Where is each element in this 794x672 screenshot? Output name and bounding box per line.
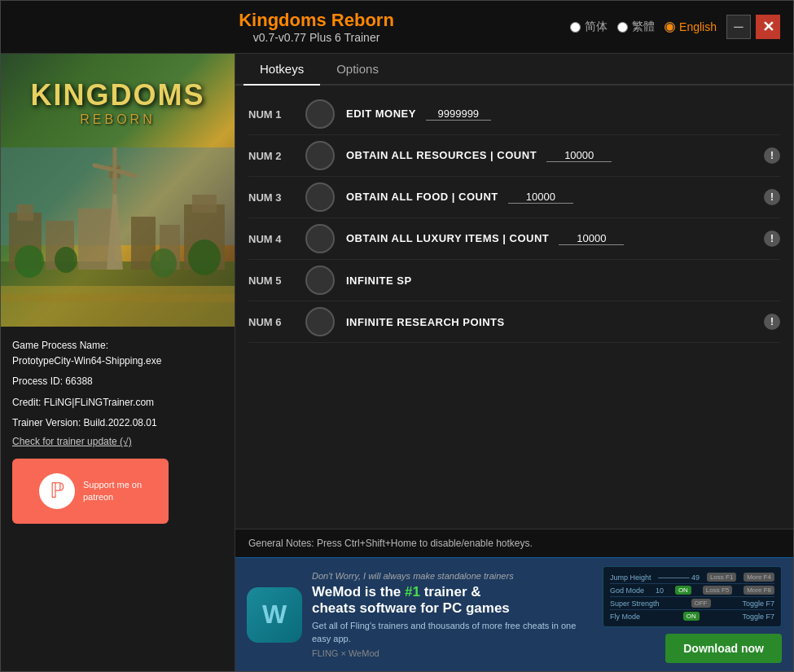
- lang-simplified[interactable]: 简体: [570, 20, 608, 34]
- toggle-btn-5[interactable]: [305, 266, 335, 295]
- fling-wemod-logos: FLING × WeMod: [312, 648, 593, 658]
- left-panel: KINGDOMS REBORN: [1, 54, 235, 671]
- tab-bar: Hotkeys Options: [235, 54, 793, 86]
- hotkey-key-4: NUM 4: [248, 233, 305, 245]
- trainer-version-label: Trainer Version:: [12, 417, 81, 428]
- svg-rect-22: [1, 294, 235, 302]
- download-now-button[interactable]: Download now: [665, 634, 782, 663]
- ad-headline-part1: WeMod is the: [312, 584, 405, 600]
- fling-wemod-text: FLING × WeMod: [312, 648, 379, 658]
- game-image-text: KINGDOMS REBORN: [1, 78, 235, 127]
- ad-banner: W Don't Worry, I will always make standa…: [235, 557, 793, 671]
- screenshot-toggle-off: OFF: [691, 599, 711, 608]
- window-controls: ─ ✕: [726, 15, 780, 39]
- option-label-3: OBTAIN ALL FOOD | COUNT: [346, 191, 759, 204]
- toggle-btn-4[interactable]: [305, 224, 335, 253]
- screenshot-bar-1: ────── 49: [658, 573, 700, 582]
- svg-point-19: [151, 248, 177, 278]
- svg-rect-21: [1, 286, 235, 327]
- svg-point-20: [188, 239, 221, 275]
- tab-hotkeys[interactable]: Hotkeys: [243, 54, 320, 86]
- ad-screenshot: Jump Height ────── 49 Loss F1 More F4 Go…: [603, 566, 782, 627]
- food-count-input[interactable]: [508, 191, 573, 204]
- screenshot-row-1: Jump Height ────── 49 Loss F1 More F4: [610, 571, 774, 584]
- process-name-label: Game Process Name: PrototypeCity-Win64-S…: [12, 338, 223, 369]
- hotkey-row-5: NUM 5 INFINITE SP: [248, 260, 780, 301]
- process-name-header: Game Process Name:: [12, 340, 108, 351]
- screenshot-label-2: God Mode: [610, 586, 644, 595]
- lang-english-label: English: [679, 20, 717, 33]
- screenshot-toggle-f7-2: Toggle F7: [742, 613, 774, 621]
- wemod-logo-letter: W: [262, 600, 287, 630]
- info-icon-4[interactable]: !: [764, 231, 780, 247]
- hotkey-key-2: NUM 2: [248, 150, 305, 162]
- lang-traditional[interactable]: 繁體: [617, 20, 655, 34]
- toggle-btn-2[interactable]: [305, 141, 335, 170]
- screenshot-row-3: Super Strength OFF Toggle F7: [610, 597, 774, 610]
- ad-right: Jump Height ────── 49 Loss F1 More F4 Go…: [603, 566, 782, 663]
- app-window: Kingdoms Reborn v0.7-v0.77 Plus 6 Traine…: [0, 0, 794, 672]
- credit-value: FLiNG|FLiNGTrainer.com: [44, 397, 154, 408]
- screenshot-label-1: Jump Height: [610, 573, 651, 582]
- lang-simplified-radio[interactable]: [570, 22, 581, 33]
- patreon-banner[interactable]: ℙ Support me on patreon: [12, 459, 169, 524]
- hotkey-row-6: NUM 6 INFINITE RESEARCH POINTS !: [248, 301, 780, 343]
- process-id: Process ID: 66388: [12, 374, 223, 389]
- hotkey-key-1: NUM 1: [248, 108, 305, 121]
- patreon-icon: ℙ: [39, 473, 75, 509]
- title-bar: Kingdoms Reborn v0.7-v0.77 Plus 6 Traine…: [1, 1, 793, 54]
- resources-count-input[interactable]: [546, 149, 612, 162]
- screenshot-label-4: Fly Mode: [610, 613, 640, 621]
- close-button[interactable]: ✕: [756, 15, 780, 39]
- money-input[interactable]: [426, 108, 491, 121]
- main-content: KINGDOMS REBORN: [1, 54, 793, 671]
- screenshot-toggle-f7: Toggle F7: [742, 600, 774, 608]
- option-label-1: EDIT MONEY: [346, 108, 780, 121]
- ad-headline-highlight: #1: [405, 584, 420, 600]
- process-name-value: PrototypeCity-Win64-Shipping.exe: [12, 355, 161, 367]
- info-icon-3[interactable]: !: [764, 189, 780, 205]
- luxury-count-input[interactable]: [559, 232, 624, 245]
- patreon-line1: Support me on: [83, 479, 142, 491]
- option-label-5: INFINITE SP: [346, 275, 780, 287]
- option-label-6: INFINITE RESEARCH POINTS: [346, 316, 759, 328]
- hotkey-row-2: NUM 2 OBTAIN ALL RESOURCES | COUNT !: [248, 135, 780, 177]
- lang-traditional-label: 繁體: [632, 20, 655, 34]
- right-panel: Hotkeys Options NUM 1 EDIT MONEY NUM 2: [235, 54, 793, 671]
- lang-simplified-label: 简体: [585, 20, 608, 34]
- general-notes-text: General Notes: Press Ctrl+Shift+Home to …: [248, 538, 533, 549]
- toggle-btn-1[interactable]: [305, 99, 335, 129]
- info-icon-2[interactable]: !: [764, 147, 780, 164]
- info-icon-6[interactable]: !: [764, 314, 780, 330]
- patreon-line2: patreon: [83, 491, 142, 503]
- screenshot-toggle-on2: ON: [683, 612, 700, 621]
- screenshot-btn-more2: More F8: [744, 586, 774, 595]
- hotkey-row-3: NUM 3 OBTAIN ALL FOOD | COUNT !: [248, 177, 780, 218]
- toggle-btn-6[interactable]: [305, 307, 335, 336]
- trainer-version-value: Build.2022.08.01: [84, 417, 157, 428]
- app-title-sub: v0.7-v0.77 Plus 6 Trainer: [63, 31, 570, 44]
- language-options: 简体 繁體 English: [570, 20, 717, 34]
- minimize-button[interactable]: ─: [726, 15, 751, 39]
- hotkey-row-4: NUM 4 OBTAIN ALL LUXURY ITEMS | COUNT !: [248, 218, 780, 260]
- lang-english-radio[interactable]: [665, 22, 675, 33]
- hotkey-key-5: NUM 5: [248, 275, 305, 287]
- tab-options[interactable]: Options: [320, 54, 395, 86]
- wemod-logo: W: [247, 587, 302, 643]
- screenshot-row-2: God Mode 10 ON Loss F5 More F8: [610, 584, 774, 597]
- screenshot-toggle-on: ON: [675, 586, 691, 595]
- ad-text-block: Don't Worry, I will always make standalo…: [312, 571, 593, 658]
- app-title-main: Kingdoms Reborn: [63, 10, 570, 31]
- trainer-version: Trainer Version: Build.2022.08.01: [12, 415, 223, 431]
- option-label-2: OBTAIN ALL RESOURCES | COUNT: [346, 149, 759, 162]
- check-update-link[interactable]: Check for trainer update (√): [12, 436, 223, 447]
- game-title-line1: KINGDOMS: [1, 78, 235, 112]
- windmill-scene: [1, 147, 235, 327]
- svg-rect-3: [17, 204, 33, 221]
- lang-traditional-radio[interactable]: [617, 22, 628, 33]
- lang-english[interactable]: English: [665, 20, 717, 33]
- option-label-4: OBTAIN ALL LUXURY ITEMS | COUNT: [346, 232, 759, 245]
- svg-point-18: [55, 247, 77, 273]
- credit-info: Credit: FLiNG|FLiNGTrainer.com: [12, 395, 223, 411]
- toggle-btn-3[interactable]: [305, 182, 335, 212]
